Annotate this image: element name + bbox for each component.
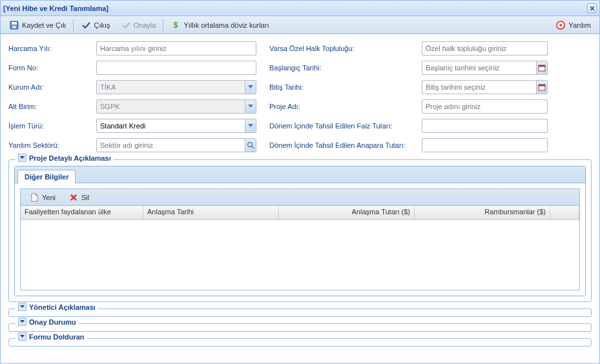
svg-rect-2	[12, 26, 16, 28]
kurum-adi-trigger[interactable]	[245, 81, 256, 94]
help-icon	[555, 20, 566, 30]
form-no-input[interactable]	[96, 61, 256, 75]
formu-dolduran-legend: Formu Dolduran	[29, 333, 85, 341]
label-bitis: Bitiş Tarihi:	[269, 83, 418, 91]
label-alt-birim: Alt Birim:	[8, 103, 92, 110]
proje-detay-legend: Proje Detaylı Açıklaması	[29, 154, 111, 162]
calendar-icon	[538, 83, 546, 91]
content-area: Harcama Yılı: Form No: Kurum Adı: Alt Bi…	[1, 34, 599, 363]
label-anapara-tutari: Dönem İçinde Tahsil Edilen Anapara Tutar…	[269, 141, 418, 149]
faiz-tutari-input[interactable]	[422, 119, 548, 133]
grid-delete-button[interactable]: Sil	[64, 190, 94, 205]
title-bar: [Yeni Hibe ve Kredi Tanımlama]	[1, 1, 599, 16]
grid-body[interactable]	[21, 220, 579, 290]
col-anlasma-tutari[interactable]: Anlaşma Tutarı ($)	[279, 206, 415, 219]
search-icon	[247, 141, 254, 149]
col-anlasma-tarihi[interactable]: Anlaşma Tarihi	[143, 206, 279, 219]
tab-strip: Diğer Bilgiler	[15, 167, 585, 183]
form-right-column: Varsa Özel Halk Topluluğu: Başlangıç Tar…	[269, 41, 548, 153]
grid-new-button[interactable]: Yeni	[25, 190, 60, 205]
approve-button: Onayla	[116, 18, 161, 32]
grid-header: Faaliyetten faydalanan ülke Anlaşma Tari…	[21, 206, 579, 220]
svg-rect-1	[12, 22, 17, 25]
form-grid: Harcama Yılı: Form No: Kurum Adı: Alt Bi…	[8, 41, 592, 153]
close-button[interactable]	[587, 3, 597, 13]
toolbar-separator	[163, 19, 163, 31]
chevron-down-icon	[248, 85, 253, 89]
label-form-no: Form No:	[8, 64, 92, 72]
formu-dolduran-collapse[interactable]	[18, 332, 26, 341]
tabs: Diğer Bilgiler Yeni Sil	[14, 166, 586, 296]
svg-text:$: $	[174, 21, 178, 30]
kurum-adi-select[interactable]	[96, 80, 256, 94]
alt-birim-trigger[interactable]	[245, 100, 256, 113]
onay-collapse[interactable]	[18, 318, 26, 326]
onay-legend: Onay Durumu	[29, 318, 76, 326]
yonetici-legend: Yönetici Açıklaması	[29, 303, 96, 311]
ozel-halk-input[interactable]	[422, 41, 548, 56]
delete-icon	[68, 192, 79, 203]
yardim-sektoru-search[interactable]	[245, 139, 256, 152]
tab-diger-bilgiler[interactable]: Diğer Bilgiler	[17, 170, 76, 183]
save-exit-button[interactable]: Kaydet ve Çık	[5, 18, 70, 32]
svg-rect-10	[539, 65, 545, 67]
bitis-date[interactable]	[422, 80, 548, 94]
page-icon	[29, 192, 39, 203]
col-rambursmanlar[interactable]: Rambursmanlar ($)	[415, 206, 550, 219]
help-button[interactable]: Yardım	[551, 18, 595, 32]
alt-birim-select[interactable]	[96, 99, 256, 114]
label-proje-adi: Proje Adı:	[269, 103, 418, 110]
label-harcama-yili: Harcama Yılı:	[8, 45, 92, 52]
exit-button[interactable]: Çıkış	[76, 18, 114, 32]
chevron-down-icon	[248, 105, 253, 108]
chevron-down-icon	[20, 305, 25, 308]
toolbar: Kaydet ve Çık Çıkış Onayla $ Yıllık orta…	[1, 16, 599, 34]
chevron-down-icon	[248, 124, 253, 128]
calendar-icon	[538, 64, 546, 72]
onay-fieldset: Onay Durumu	[8, 323, 592, 332]
disk-icon	[9, 20, 19, 30]
chevron-down-icon	[20, 156, 25, 159]
window-title: [Yeni Hibe ve Kredi Tanımlama]	[3, 5, 109, 12]
proje-detay-collapse[interactable]	[18, 154, 26, 162]
proje-adi-input[interactable]	[422, 99, 548, 114]
yonetici-collapse[interactable]	[18, 303, 26, 311]
proje-detay-fieldset: Proje Detaylı Açıklaması Diğer Bilgiler …	[8, 159, 592, 302]
yonetici-fieldset: Yönetici Açıklaması	[8, 308, 592, 317]
col-ulke[interactable]: Faaliyetten faydalanan ülke	[21, 206, 143, 219]
dollar-icon: $	[171, 20, 181, 30]
window: [Yeni Hibe ve Kredi Tanımlama] Kaydet ve…	[0, 0, 600, 364]
islem-turu-select[interactable]	[96, 119, 256, 133]
fx-rates-button[interactable]: $ Yıllık ortalama döviz kurları	[166, 18, 273, 32]
bitis-date-trigger[interactable]	[536, 81, 547, 94]
chevron-down-icon	[20, 320, 25, 323]
baslangic-date[interactable]	[422, 61, 548, 75]
label-islem-turu: İşlem Türü:	[8, 122, 92, 130]
label-baslangic: Başlangıç Tarihi:	[269, 64, 418, 72]
chevron-down-icon	[20, 335, 25, 338]
grid-toolbar: Yeni Sil	[21, 189, 579, 206]
grid-panel: Yeni Sil Faaliyetten faydalanan ülke Anl…	[20, 188, 580, 290]
harcama-yili-input[interactable]	[96, 41, 256, 56]
label-yardim-sektoru: Yardım Sektörü:	[8, 141, 92, 149]
toolbar-separator	[73, 19, 74, 31]
form-left-column: Harcama Yılı: Form No: Kurum Adı: Alt Bi…	[8, 41, 256, 153]
svg-line-8	[252, 147, 254, 148]
close-icon	[590, 6, 595, 11]
label-faiz-tutari: Dönem İçinde Tahsil Edilen Faiz Tutarı:	[269, 122, 418, 130]
yardim-sektoru-input[interactable]	[96, 138, 256, 152]
col-spacer	[550, 206, 579, 219]
anapara-tutari-input[interactable]	[422, 138, 548, 152]
check-icon	[81, 20, 91, 30]
baslangic-date-trigger[interactable]	[536, 61, 547, 74]
tab-body: Yeni Sil Faaliyetten faydalanan ülke Anl…	[15, 183, 585, 296]
svg-point-6	[559, 24, 562, 26]
islem-turu-trigger[interactable]	[245, 119, 256, 132]
check-green-icon	[121, 20, 131, 30]
formu-dolduran-fieldset: Formu Dolduran	[8, 338, 592, 347]
label-kurum-adi: Kurum Adı:	[8, 83, 92, 91]
svg-rect-12	[539, 85, 545, 86]
label-ozel-halk: Varsa Özel Halk Topluluğu:	[269, 45, 418, 52]
svg-point-7	[248, 143, 253, 147]
